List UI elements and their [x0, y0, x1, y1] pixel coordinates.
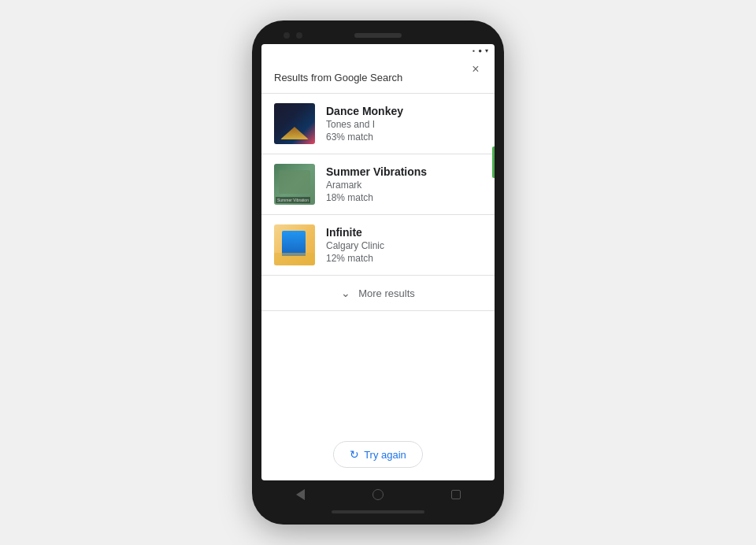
- close-button[interactable]: ×: [466, 60, 485, 79]
- phone: ▪ ● ▾ × Results from Google Search Dance…: [252, 20, 504, 525]
- result-info-dance-monkey: Dance Monkey Tones and I 63% match: [326, 105, 482, 143]
- battery-icon: ▪: [472, 47, 475, 54]
- phone-nav-bar: [261, 480, 495, 507]
- phone-screen: ▪ ● ▾ × Results from Google Search Dance…: [261, 44, 495, 480]
- home-icon: [372, 489, 384, 500]
- phone-top-bar: [261, 30, 495, 44]
- result-match-dance-monkey: 63% match: [326, 132, 482, 143]
- recents-icon: [451, 490, 461, 499]
- result-item-infinite[interactable]: Infinite Calgary Clinic 12% match: [261, 215, 495, 275]
- result-info-summer-vibrations: Summer Vibrations Aramark 18% match: [326, 165, 482, 203]
- chevron-down-icon: ⌄: [341, 287, 350, 299]
- result-title-summer-vibrations: Summer Vibrations: [326, 165, 482, 178]
- album-art-summer-vibrations: Summer Vibration: [274, 164, 315, 205]
- refresh-icon: ↻: [350, 448, 359, 461]
- result-item-summer-vibrations[interactable]: Summer Vibration Summer Vibrations Arama…: [261, 154, 495, 214]
- result-info-infinite: Infinite Calgary Clinic 12% match: [326, 226, 482, 264]
- result-artist-summer-vibrations: Aramark: [326, 180, 482, 191]
- home-button[interactable]: [369, 485, 387, 504]
- phone-speaker: [354, 33, 402, 38]
- result-title-infinite: Infinite: [326, 226, 482, 239]
- results-panel: Results from Google Search Dance Monkey …: [261, 56, 495, 311]
- album-art-label: Summer Vibration: [276, 197, 310, 203]
- result-artist-infinite: Calgary Clinic: [326, 240, 482, 251]
- try-again-button[interactable]: ↻ Try again: [333, 441, 423, 468]
- phone-bottom-bar: [332, 510, 424, 513]
- back-button[interactable]: [291, 485, 309, 504]
- camera-left: [284, 32, 290, 39]
- more-results-label: More results: [358, 287, 415, 299]
- result-item-dance-monkey[interactable]: Dance Monkey Tones and I 63% match: [261, 94, 495, 154]
- result-artist-dance-monkey: Tones and I: [326, 119, 482, 130]
- results-header: Results from Google Search: [261, 56, 495, 93]
- signal-icon: ●: [478, 47, 482, 54]
- back-icon: [296, 489, 305, 500]
- result-match-summer-vibrations: 18% match: [326, 192, 482, 203]
- result-title-dance-monkey: Dance Monkey: [326, 105, 482, 117]
- wifi-icon: ▾: [485, 47, 488, 54]
- bottom-area: ↻ Try again: [261, 311, 495, 480]
- scroll-indicator: [492, 146, 495, 178]
- album-art-dance-monkey: [274, 103, 315, 144]
- status-bar: ▪ ● ▾: [261, 44, 495, 56]
- recents-button[interactable]: [447, 485, 465, 504]
- try-again-label: Try again: [364, 449, 406, 461]
- result-match-infinite: 12% match: [326, 253, 482, 264]
- album-art-infinite: [274, 224, 315, 265]
- camera-right: [296, 32, 302, 39]
- more-results-button[interactable]: ⌄ More results: [261, 276, 495, 310]
